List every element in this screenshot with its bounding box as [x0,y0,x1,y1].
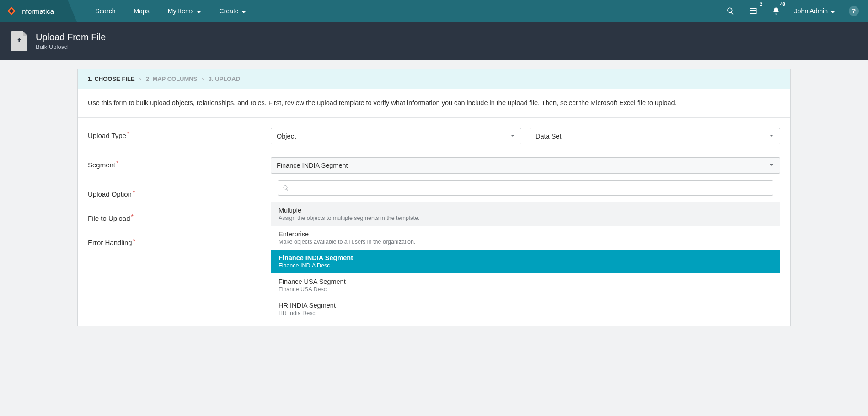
page-title: Upload From File [36,32,106,43]
top-nav: Informatica Search Maps My Items Create … [0,0,868,22]
brand-text: Informatica [20,7,54,15]
chevron-right-icon: › [202,75,204,82]
page-header: Upload From File Bulk Upload [0,22,868,60]
dropdown-item[interactable]: Finance USA Segment Finance USA Desc [271,273,780,297]
label-file-to-upload: File to Upload* [88,211,271,222]
nav-search[interactable]: Search [95,7,115,15]
label-segment-text: Segment [88,161,115,169]
dropdown-item-desc: Finance USA Desc [279,286,772,293]
chevron-down-icon [830,9,835,13]
dropdown-item-selected[interactable]: Finance INDIA Segment Finance INDIA Desc [271,250,780,273]
logo-icon [6,6,16,16]
user-name: John Admin [794,7,828,15]
bell-icon[interactable]: 48 [772,6,781,16]
required-star: * [133,237,135,245]
label-upload-option-text: Upload Option [88,190,132,198]
dropdown-item-title: Finance INDIA Segment [279,254,772,261]
nav-create-label: Create [220,7,239,15]
step-1[interactable]: 1. CHOOSE FILE [88,75,135,82]
chevron-down-icon [769,133,774,140]
dropdown-item-desc: Finance INDIA Desc [279,262,772,269]
label-upload-option: Upload Option* [88,187,271,198]
segment-dropdown: Multiple Assign the objects to multiple … [271,174,780,321]
label-error-handling-text: Error Handling [88,239,132,246]
chevron-down-icon [241,9,246,13]
nav-create[interactable]: Create [220,7,246,15]
required-star: * [127,130,129,138]
dropdown-item-title: Multiple [279,207,772,214]
form: Upload Type* Object Data Set Segment* [78,118,790,326]
step-2: 2. MAP COLUMNS [146,75,197,82]
select-upload-subtype[interactable]: Data Set [530,128,780,144]
nav-maps[interactable]: Maps [134,7,150,15]
dropdown-list[interactable]: Multiple Assign the objects to multiple … [271,202,780,321]
dropdown-item[interactable]: Enterprise Make objects available to all… [271,226,780,250]
select-upload-type-value: Object [277,133,296,140]
required-star: * [131,213,134,220]
upload-file-icon [11,31,27,51]
chevron-down-icon [769,162,774,169]
dropdown-item-desc: Assign the objects to multiple segments … [279,215,772,221]
row-upload-type: Upload Type* Object Data Set [88,128,780,144]
chevron-down-icon [510,133,515,140]
label-error-handling: Error Handling* [88,235,271,246]
dropdown-item-title: Enterprise [279,230,772,238]
svg-rect-2 [750,9,756,14]
search-icon[interactable] [726,6,735,16]
dropdown-item-desc: HR India Desc [279,310,772,316]
required-star: * [116,160,118,167]
nav-right: 2 48 John Admin ? [726,6,868,16]
label-segment: Segment* [88,157,271,169]
box-icon[interactable]: 2 [749,6,758,16]
dropdown-item[interactable]: Multiple Assign the objects to multiple … [271,202,780,226]
dropdown-item-title: HR INDIA Segment [279,302,772,309]
nav-myitems-label: My Items [168,7,194,15]
main-panel: 1. CHOOSE FILE › 2. MAP COLUMNS › 3. UPL… [77,69,791,326]
instructions: Use this form to bulk upload objects, re… [78,89,790,118]
dropdown-search-input[interactable] [294,184,768,192]
label-file-to-upload-text: File to Upload [88,214,130,222]
select-upload-type[interactable]: Object [271,128,521,144]
step-bar: 1. CHOOSE FILE › 2. MAP COLUMNS › 3. UPL… [78,69,790,89]
label-upload-type-text: Upload Type [88,132,126,139]
help-icon[interactable]: ? [849,6,859,16]
search-icon [283,185,289,191]
dropdown-search[interactable] [278,180,773,196]
page-subtitle: Bulk Upload [36,43,106,50]
user-menu[interactable]: John Admin [794,7,835,15]
select-segment-value: Finance INDIA Segment [277,162,348,169]
nav-items: Search Maps My Items Create [95,7,246,15]
label-upload-type: Upload Type* [88,128,271,139]
required-star: * [133,189,135,196]
select-segment[interactable]: Finance INDIA Segment [271,157,780,174]
logo-area[interactable]: Informatica [0,0,68,22]
step-3: 3. UPLOAD [209,75,240,82]
chevron-down-icon [197,9,201,13]
nav-myitems[interactable]: My Items [168,7,201,15]
chevron-right-icon: › [139,75,141,82]
row-segment: Segment* Finance INDIA Segment [88,157,780,174]
bell-badge: 48 [780,2,785,7]
select-upload-subtype-value: Data Set [536,133,561,140]
dropdown-item[interactable]: HR INDIA Segment HR India Desc [271,297,780,321]
box-badge: 2 [760,2,762,7]
dropdown-item-title: Finance USA Segment [279,278,772,285]
dropdown-item-desc: Make objects available to all users in t… [279,239,772,245]
